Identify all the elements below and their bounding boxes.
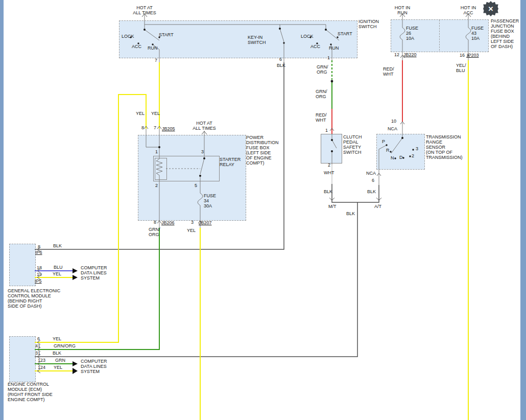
label-wire-blk-trs: BLK	[367, 189, 376, 194]
label-trs: TRANSMISSION RANGE SENSOR (ON TOP OF TRA…	[426, 134, 463, 160]
label-trs-n: N	[391, 155, 394, 160]
label-gecm-pin19: 19	[37, 272, 42, 277]
label-fuse26: FUSE 26 10A	[406, 26, 418, 41]
label-sw1-lock: LOCK	[122, 34, 134, 39]
relay-switch-arm	[200, 158, 204, 174]
wiring-diagram-page: ✕	[0, 0, 526, 420]
label-ecm-w123: GRN	[55, 358, 65, 363]
label-connector-ip5: IP5	[35, 278, 42, 284]
label-sw1-acc: ACC	[132, 44, 141, 49]
label-at: A/T	[374, 204, 381, 209]
label-wire-yelblu: YEL/ BLU	[456, 63, 466, 73]
arrow-grn-datalines	[73, 361, 78, 366]
label-connector-jb205: JB205	[162, 126, 175, 131]
blk-wires	[35, 62, 379, 357]
label-gecm-w8: BLK	[53, 243, 62, 248]
fuse43-symbol	[466, 28, 471, 40]
label-ecm-w41: GRN/ORG	[54, 343, 76, 348]
label-keyin-switch: KEY-IN SWITCH	[248, 35, 266, 45]
fuse34-symbol	[198, 193, 203, 205]
arrow-blu-datalines	[73, 268, 78, 273]
keyin-arm	[280, 29, 284, 42]
label-trs-pin6: 6	[372, 178, 374, 183]
label-connector-jb206: JB206	[161, 220, 175, 225]
label-ecm-pin123: 123	[38, 358, 45, 363]
label-wire-grnorg-jb206: GRN/ ORG	[149, 227, 160, 237]
label-trs-3: 3	[416, 146, 418, 151]
dataline-arrows	[73, 268, 78, 374]
label-sw1-start: START	[159, 32, 174, 37]
label-wire-yel-jb207: YEL	[187, 228, 196, 233]
label-relay-t5: 5	[195, 183, 197, 188]
label-wire-grnorg-a: GRN/ ORG	[317, 64, 328, 75]
label-gecm-w18: BLU	[54, 265, 63, 270]
label-wire-blk-merge: BLK	[346, 211, 355, 216]
label-sw2-acc: ACC	[310, 44, 320, 49]
arrow-yel-datalines-2	[73, 368, 78, 374]
label-hot-at-all-times-2: HOT AT ALL TIMES	[193, 121, 216, 131]
label-clutch-switch: CLUTCH PEDAL SAFETY SWITCH	[343, 134, 362, 155]
label-gecm-title: GENERAL ELECTRONIC CONTROL MODULE (BEHIN…	[8, 288, 60, 309]
label-connector-ip203: IP203	[467, 53, 479, 58]
jb205-left-branch	[146, 129, 159, 147]
label-jb205-pin8: 8	[141, 125, 144, 130]
label-wire-blk-clutch: BLK	[324, 189, 332, 194]
label-ignition-switch: IGNITION SWITCH	[358, 19, 379, 29]
label-computer-data-lines-2: COMPUTER DATA LINES SYSTEM	[81, 359, 107, 374]
label-gecm-w19: YEL	[53, 271, 61, 276]
relay-coil-zigzag	[156, 159, 162, 175]
label-hot-at-all-times-1: HOT AT ALL TIMES	[133, 5, 156, 15]
label-ecm-w31: BLK	[53, 351, 61, 356]
label-sw2-start: START	[338, 31, 352, 36]
label-sw2-lock: LOCK	[301, 34, 314, 39]
label-trs-p: P	[382, 139, 385, 144]
connector-chevrons	[37, 14, 471, 373]
label-connector-ip6: IP6	[35, 250, 42, 255]
label-gecm-pin18: 18	[37, 265, 42, 270]
label-wire-blk-ignition: BLK	[277, 63, 285, 68]
wire-blk-clutch-mt	[332, 184, 357, 202]
label-ecm-pin6: 6	[37, 336, 40, 341]
label-relay-t3: 3	[201, 149, 204, 154]
label-ecm-pin31: 31	[35, 351, 40, 356]
label-hot-in-run: HOT IN RUN	[395, 5, 410, 15]
label-trs-pin10: 10	[391, 119, 396, 124]
label-ecm-title: ENGINE CONTROL MODULE (ECM) (RIGHT FRONT…	[8, 382, 53, 402]
label-sw1-run: RUN	[148, 45, 158, 51]
label-fuse43: FUSE 43 10A	[471, 26, 484, 41]
label-jb207-pin3: 3	[191, 220, 194, 225]
label-trs-2: 2	[412, 153, 414, 158]
label-wire-grnorg-b: GRN/ ORG	[316, 89, 327, 99]
label-junction-fuse-box: PASSENGER JUNCTION FUSE BOX (BEHIND LEFT…	[491, 18, 519, 49]
fuse26-symbol	[400, 28, 405, 40]
trs-internal-out	[379, 145, 387, 169]
label-ignition-pin6: 6	[279, 57, 282, 62]
label-mt: M/T	[328, 204, 337, 209]
label-hot-in-acc: HOT IN ACC	[461, 5, 476, 15]
label-clutch-pin2: 2	[328, 162, 330, 168]
label-wire-yel-right: YEL	[151, 111, 160, 116]
label-ecm-w124: YEL	[54, 365, 62, 370]
label-connector-jb207: JB207	[199, 220, 212, 225]
label-ignition-pin1: 1	[327, 55, 330, 60]
label-starter-relay: STARTER RELAY	[220, 157, 241, 167]
label-sw2-run: RUN	[329, 45, 339, 51]
close-icon: ✕	[488, 5, 494, 13]
label-trs-nca-bottom: NCA	[366, 171, 376, 176]
label-computer-data-lines-1: COMPUTER DATA LINES SYSTEM	[81, 265, 107, 281]
label-trs-nca-top: NCA	[388, 126, 397, 131]
label-clutch-pin1: 1	[325, 128, 328, 133]
label-connector-jb220: JB220	[403, 52, 417, 57]
label-wire-redwht-fuse: RED/ WHT	[383, 66, 394, 77]
arrow-yel-datalines-1	[73, 275, 78, 280]
label-pin16: 16	[460, 53, 465, 58]
label-relay-t2: 2	[155, 183, 158, 188]
label-ecm-w6: YEL	[53, 336, 61, 341]
clutch-arm	[332, 140, 337, 148]
label-wire-yel-left: YEL	[136, 111, 145, 116]
label-gecm-pin8: 8	[38, 244, 40, 249]
label-ecm-pin41: 41	[35, 343, 40, 348]
sw1-arm	[145, 30, 159, 40]
label-ecm-pin124: 124	[38, 365, 45, 370]
label-wire-redwht-clutch: RED/ WHT	[316, 112, 327, 123]
